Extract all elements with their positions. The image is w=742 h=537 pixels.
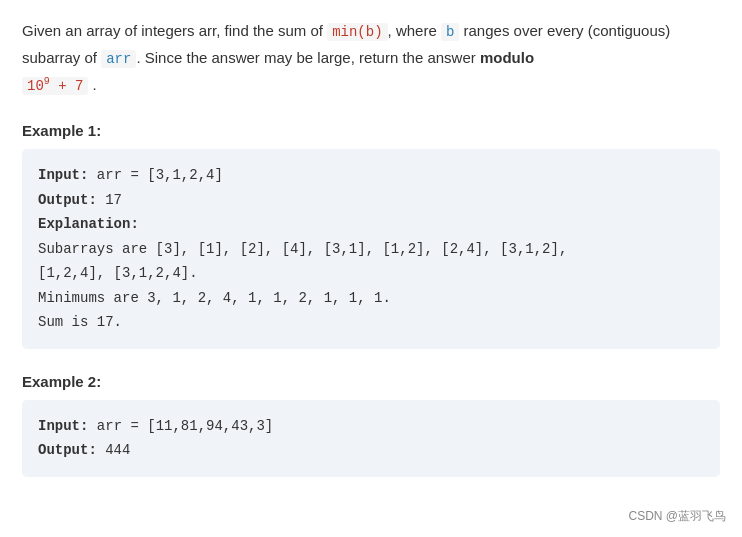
desc-part1: Given an array of integers arr, find the… (22, 22, 327, 39)
output-label-1: Output: (38, 192, 97, 208)
example-2-title: Example 2: (22, 373, 720, 390)
desc-part2: , where (388, 22, 441, 39)
input-label-1: Input: (38, 167, 88, 183)
explanation-label: Explanation: (38, 216, 139, 232)
inline-b: b (441, 23, 459, 41)
explanation-line-2: [1,2,4], [3,1,2,4]. (38, 261, 704, 286)
output-label-2: Output: (38, 442, 97, 458)
example-2-input: Input: arr = [11,81,94,43,3] (38, 414, 704, 439)
example-1-section: Example 1: Input: arr = [3,1,2,4] Output… (22, 122, 720, 349)
input-label-2: Input: (38, 418, 88, 434)
example-2-output: Output: 444 (38, 438, 704, 463)
input-value-2: arr = [11,81,94,43,3] (88, 418, 273, 434)
inline-arr: arr (101, 50, 136, 68)
output-value-1: 17 (97, 192, 122, 208)
example-1-title: Example 1: (22, 122, 720, 139)
example-1-block: Input: arr = [3,1,2,4] Output: 17 Explan… (22, 149, 720, 349)
example-1-explanation-label: Explanation: (38, 212, 704, 237)
example-1-output: Output: 17 (38, 188, 704, 213)
modulo-expression: 109 + 7 (22, 77, 88, 95)
explanation-line-1: Subarrays are [3], [1], [2], [4], [3,1],… (38, 237, 704, 262)
desc-part4: . Since the answer may be large, return … (136, 49, 480, 66)
inline-minb: min(b) (327, 23, 387, 41)
superscript-9: 9 (44, 76, 50, 87)
desc-part5: . (88, 76, 96, 93)
output-value-2: 444 (97, 442, 131, 458)
example-1-input: Input: arr = [3,1,2,4] (38, 163, 704, 188)
watermark: CSDN @蓝羽飞鸟 (628, 508, 726, 525)
bold-modulo: modulo (480, 49, 534, 66)
problem-description: Given an array of integers arr, find the… (22, 18, 720, 98)
explanation-line-3: Minimums are 3, 1, 2, 4, 1, 1, 2, 1, 1, … (38, 286, 704, 311)
explanation-line-4: Sum is 17. (38, 310, 704, 335)
example-2-block: Input: arr = [11,81,94,43,3] Output: 444 (22, 400, 720, 477)
input-value-1: arr = [3,1,2,4] (88, 167, 222, 183)
example-2-section: Example 2: Input: arr = [11,81,94,43,3] … (22, 373, 720, 477)
